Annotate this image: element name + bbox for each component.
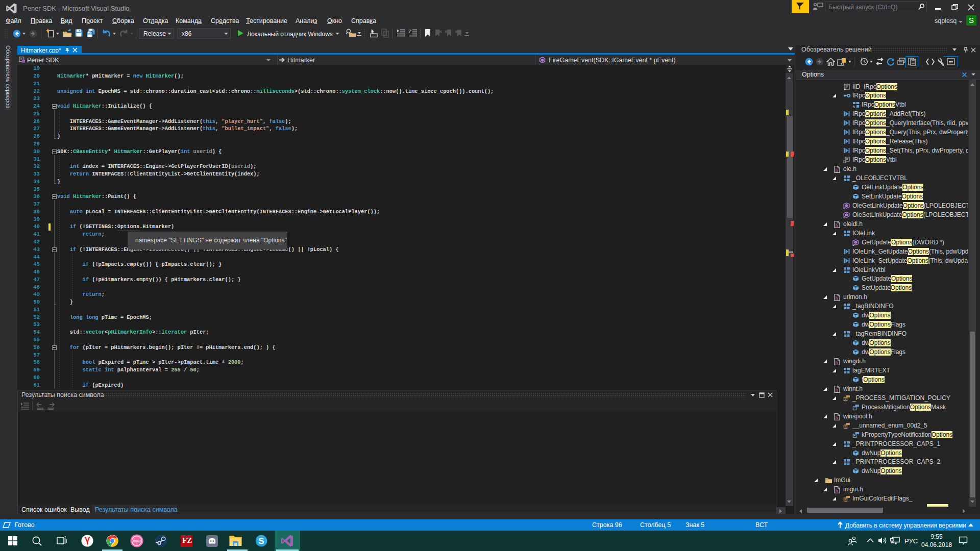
svg-text:5: 5 [853,105,855,109]
svg-text:h: h [836,387,838,392]
svg-text:h: h [836,360,838,365]
svg-text:h: h [836,415,838,420]
svg-text:h: h [836,168,838,173]
svg-text:h: h [836,296,838,301]
svg-text:S: S [258,536,264,546]
svg-text:?: ? [408,29,411,34]
svg-text:h: h [836,222,838,228]
svg-text:osu!: osu! [133,539,141,543]
svg-text:h: h [836,488,838,493]
